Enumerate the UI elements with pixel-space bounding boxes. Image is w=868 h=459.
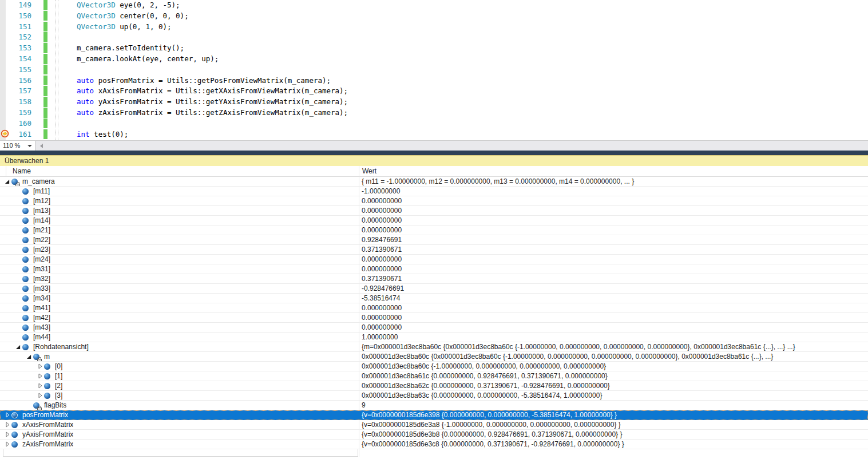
watch-row[interactable]: yAxisFromMatrix{v=0x0000000185d6e3b8 {0.… — [0, 430, 868, 440]
expander-collapsed-icon[interactable] — [37, 363, 44, 369]
field-icon — [22, 275, 30, 283]
watch-value[interactable]: -0.928476691 — [359, 284, 868, 293]
watch-value[interactable]: {v=0x0000000185d6e3b8 {0.000000000, 0.92… — [359, 430, 868, 439]
watch-value[interactable]: 0.000000000 — [359, 303, 868, 312]
window-splitter[interactable] — [0, 151, 868, 155]
code-line[interactable]: 151QVector3D up(0, 1, 0); — [0, 22, 868, 33]
watch-value[interactable]: 1.00000000 — [359, 333, 868, 342]
field-icon — [11, 178, 19, 185]
watch-row[interactable]: [m23]0.371390671 — [0, 245, 868, 255]
editor-zoom-dropdown[interactable]: 110 % — [0, 141, 35, 151]
watch-value[interactable]: { m11 = -1.00000000, m12 = 0.000000000, … — [359, 177, 868, 186]
code-line[interactable]: 160 — [0, 118, 868, 129]
watch-row[interactable]: m_camera { m11 = -1.00000000, m12 = 0.00… — [0, 177, 868, 187]
line-number: 158 — [0, 97, 31, 108]
column-header-name[interactable]: Name — [13, 166, 31, 176]
watch-row[interactable]: [m22]0.928476691 — [0, 235, 868, 245]
watch-row[interactable]: [m14]0.000000000 — [0, 216, 868, 225]
expander-collapsed-icon[interactable] — [37, 373, 44, 379]
field-icon — [22, 304, 30, 312]
expander-collapsed-icon[interactable] — [5, 441, 11, 447]
code-line[interactable]: 154m_camera.lookAt(eye, center, up); — [0, 54, 868, 65]
code-line[interactable]: 152 — [0, 32, 868, 43]
watch-row[interactable]: flagBits 9 — [0, 401, 868, 410]
field-icon — [22, 256, 30, 263]
field-icon — [44, 363, 51, 370]
watch-value[interactable]: 0x000001d3ec8ba60c {0x000001d3ec8ba60c {… — [359, 352, 868, 361]
code-line[interactable]: 155 — [0, 65, 868, 76]
watch-row[interactable]: [m32]0.371390671 — [0, 274, 868, 284]
code-editor[interactable]: 149QVector3D eye(0, 2, -5); 150QVector3D… — [0, 0, 868, 140]
expander-collapsed-icon[interactable] — [5, 432, 11, 437]
watch-value[interactable]: -5.38516474 — [359, 294, 868, 303]
watch-value[interactable]: 0x000001d3ec8ba61c {0.000000000, 0.92847… — [359, 371, 868, 381]
watch-value[interactable]: 0.371390671 — [359, 274, 868, 283]
scrollbar-left-arrow-icon[interactable] — [40, 144, 43, 148]
expander-expanded-icon[interactable] — [15, 344, 22, 350]
watch-row[interactable]: [m13]0.000000000 — [0, 206, 868, 216]
watch-row[interactable]: m 0x000001d3ec8ba60c {0x000001d3ec8ba60c… — [0, 352, 868, 362]
code-line[interactable]: 153m_camera.setToIdentity(); — [0, 43, 868, 54]
expander-collapsed-icon[interactable] — [5, 422, 11, 428]
watch-value[interactable]: 0.000000000 — [359, 216, 868, 225]
watch-row[interactable]: [m43]0.000000000 — [0, 323, 868, 333]
watch-row[interactable]: [2]0x000001d3ec8ba62c {0.000000000, 0.37… — [0, 381, 868, 391]
code-line[interactable]: 158auto yAxisFromMatrix = Utils::getYAxi… — [0, 97, 868, 108]
expander-expanded-icon[interactable] — [5, 179, 11, 184]
code-line[interactable]: 159auto zAxisFromMatrix = Utils::getZAxi… — [0, 108, 868, 118]
watch-row[interactable]: [1]0x000001d3ec8ba61c {0.000000000, 0.92… — [0, 371, 868, 381]
watch-value[interactable]: 0.371390671 — [359, 245, 868, 254]
field-icon — [44, 392, 51, 399]
watch-value[interactable]: 0.000000000 — [359, 313, 868, 322]
expander-collapsed-icon[interactable] — [37, 393, 44, 398]
expander-expanded-icon[interactable] — [26, 354, 33, 359]
watch-value[interactable]: 0x000001d3ec8ba63c {0.000000000, 0.00000… — [359, 391, 868, 400]
watch-value[interactable]: 0.000000000 — [359, 255, 868, 264]
watch-row[interactable]: zAxisFromMatrix{v=0x0000000185d6e3c8 {0.… — [0, 440, 868, 449]
watch-value[interactable]: 0.928476691 — [359, 235, 868, 244]
watch-value[interactable]: {v=0x0000000185d6e3a8 {-1.00000000, 0.00… — [359, 420, 868, 429]
field-icon — [22, 217, 30, 224]
code-line[interactable]: 156auto posFromMatrix = Utils::getPosFro… — [0, 76, 868, 86]
expander-collapsed-icon[interactable] — [5, 412, 11, 418]
watch-row[interactable]: [m11]-1.00000000 — [0, 187, 868, 196]
watch-column-header: Name Wert — [0, 166, 868, 177]
watch-value[interactable]: 0.000000000 — [359, 196, 868, 205]
expander-collapsed-icon[interactable] — [37, 383, 44, 389]
watch-value[interactable]: -1.00000000 — [359, 187, 868, 196]
watch-row[interactable]: [m21]0.000000000 — [0, 225, 868, 235]
watch-row[interactable]: [0]0x000001d3ec8ba60c {-1.00000000, 0.00… — [0, 362, 868, 371]
watch-row-selected[interactable]: posFromMatrix {v=0x0000000185d6e398 {0.0… — [0, 410, 868, 420]
watch-row[interactable]: [m24]0.000000000 — [0, 255, 868, 264]
field-icon — [11, 431, 19, 438]
watch-row[interactable]: [m44]1.00000000 — [0, 333, 868, 342]
watch-row[interactable]: [m41]0.000000000 — [0, 303, 868, 313]
code-line[interactable]: 161int test(0); — [0, 129, 868, 140]
watch-row[interactable]: [m33]-0.928476691 — [0, 284, 868, 294]
watch-row[interactable]: xAxisFromMatrix{v=0x0000000185d6e3a8 {-1… — [0, 420, 868, 430]
watch-row[interactable]: [m42]0.000000000 — [0, 313, 868, 323]
watch-row[interactable]: [m34]-5.38516474 — [0, 294, 868, 303]
watch-row[interactable]: [Rohdatenansicht] {m=0x000001d3ec8ba60c … — [0, 342, 868, 352]
column-header-value[interactable]: Wert — [362, 166, 376, 176]
add-watch-row[interactable] — [3, 449, 358, 457]
watch-value[interactable]: 0.000000000 — [359, 264, 868, 274]
watch-value[interactable]: {v=0x0000000185d6e3c8 {0.000000000, 0.37… — [359, 440, 868, 449]
code-line[interactable]: 149QVector3D eye(0, 2, -5); — [0, 0, 868, 11]
watch-row[interactable]: [3]0x000001d3ec8ba63c {0.000000000, 0.00… — [0, 391, 868, 401]
watch-value[interactable]: {v=0x0000000185d6e398 {0.000000000, 0.00… — [359, 410, 868, 420]
watch-value[interactable]: 0.000000000 — [359, 206, 868, 215]
code-line[interactable]: 150QVector3D center(0, 0, 0); — [0, 11, 868, 22]
watch-value[interactable]: {m=0x000001d3ec8ba60c {0x000001d3ec8ba60… — [359, 342, 868, 351]
watch-title: Überwachen 1 — [5, 157, 49, 165]
watch-row[interactable]: [m31]0.000000000 — [0, 264, 868, 274]
watch-value[interactable]: 0x000001d3ec8ba60c {-1.00000000, 0.00000… — [359, 362, 868, 371]
watch-row[interactable]: [m12]0.000000000 — [0, 196, 868, 206]
code-line[interactable]: 157auto xAxisFromMatrix = Utils::getXAxi… — [0, 86, 868, 97]
watch-value[interactable]: 9 — [359, 401, 868, 410]
watch-grid: m_camera { m11 = -1.00000000, m12 = 0.00… — [0, 177, 868, 457]
field-icon — [22, 236, 30, 244]
watch-value[interactable]: 0x000001d3ec8ba62c {0.000000000, 0.37139… — [359, 381, 868, 390]
watch-value[interactable]: 0.000000000 — [359, 323, 868, 332]
watch-value[interactable]: 0.000000000 — [359, 225, 868, 235]
